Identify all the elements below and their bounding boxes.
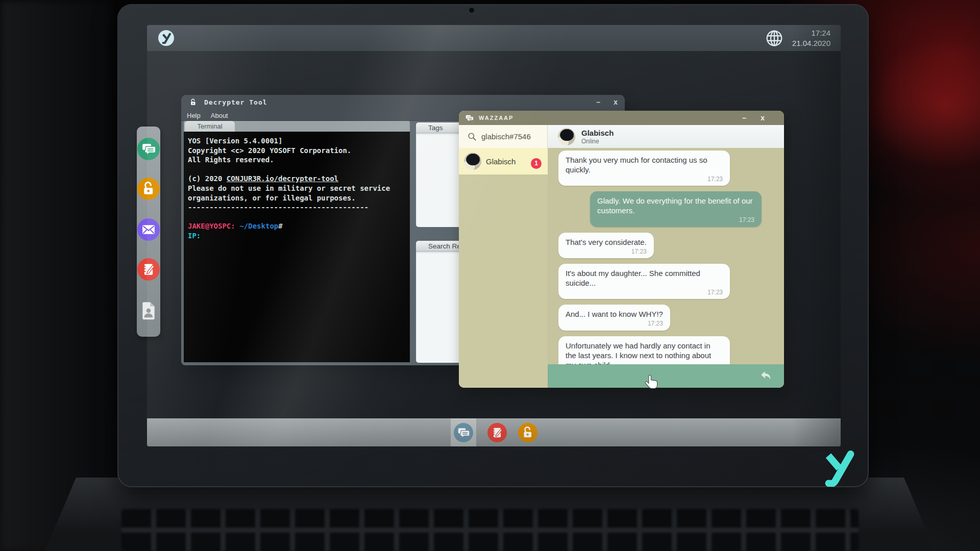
decrypter-link[interactable]: CONJUR3R.io/decrypter-tool [227,174,338,183]
wazzaap-titlebar[interactable]: WAZZAAP – x [459,111,784,125]
terminal-ip-prompt[interactable]: IP: [188,231,406,241]
wazzaap-window-title: WAZZAAP [479,115,513,121]
laptop-keys [121,509,859,551]
taskbar-decrypter-icon[interactable] [518,423,537,442]
dock-chat-icon[interactable] [137,138,160,160]
dock-profile-document-icon[interactable] [137,299,160,321]
menu-help[interactable]: Help [187,112,201,119]
reply-arrow-icon[interactable] [758,369,773,383]
dock-notes-icon[interactable] [137,258,160,281]
unread-badge: 1 [531,158,542,169]
webcam-dot [469,8,474,13]
search-value: glabisch#7546 [481,132,531,141]
terminal-prompt: JAKE@YOSPC:~/Desktop# [188,221,406,231]
wazzaap-window: WAZZAAP – x glabisch#7546 Glabisch Onlin… [459,111,784,388]
app-dock [137,127,160,337]
taskbar-active-slot [451,418,476,446]
message-list: Thank you very much for contacting us so… [548,148,784,364]
laptop-brand-y-logo-icon [821,449,857,487]
os-y-logo-icon [158,30,174,46]
date-label: 21.04.2020 [792,38,830,48]
terminal-line: Copyright <c> 2020 YOSOFT Corporation. [188,146,406,156]
conversation-header: Glabisch Online [548,125,784,148]
prompt-user: JAKE@YOSPC: [188,222,235,230]
contact-avatar [464,153,481,170]
chat-message: And... I want to know WHY!?17:23 [558,305,670,330]
search-input[interactable]: glabisch#7546 [459,125,548,148]
search-icon [467,132,477,141]
time-label: 17:24 [792,28,830,38]
decrypter-minimize-button[interactable]: – [596,98,600,106]
tab-strip: Terminal [184,121,410,132]
menu-about[interactable]: About [211,112,228,119]
terminal-blank-line [188,165,406,174]
terminal-line: YOS [Version 5.4.0001] [188,136,406,146]
chat-message: It's about my daughter... She committed … [558,264,730,299]
dock-unlock-icon[interactable] [137,178,160,200]
dock-mail-icon[interactable] [137,218,160,241]
terminal-line: (c) 2020 CONJUR3R.io/decrypter-tool [188,174,406,184]
decrypter-window-title: Decrypter Tool [204,98,267,106]
taskbar-notes-icon[interactable] [487,423,507,442]
contact-status: Online [581,138,614,145]
prompt-path: ~/Desktop [239,222,278,230]
globe-icon[interactable] [765,29,784,48]
background-shelf [0,0,110,551]
taskbar [147,418,841,446]
chat-message: Gladly. We do everything for the benefit… [590,191,762,227]
hand-cursor [643,374,660,391]
chat-message: That's very considerate.17:23 [558,233,654,258]
system-topbar: 17:24 21.04.2020 [147,25,841,51]
wazzaap-minimize-button[interactable]: – [742,114,746,121]
message-input-bar[interactable] [548,364,784,388]
decrypter-titlebar[interactable]: Decrypter Tool – x [181,95,625,110]
contact-avatar [558,128,575,145]
tab-terminal[interactable]: Terminal [185,121,235,132]
contact-name: Glabisch [581,129,614,137]
clock-widget: 17:24 21.04.2020 [792,28,830,48]
contact-list-item-glabisch[interactable]: Glabisch 1 [459,148,548,174]
chat-icon [465,114,474,122]
wazzaap-close-button[interactable]: x [761,114,765,121]
contact-list: Glabisch 1 [459,148,548,388]
chat-area: Thank you very much for contacting us so… [548,148,784,388]
terminal-line: organizations, or for illegal purposes. [188,193,406,203]
terminal-output[interactable]: YOS [Version 5.4.0001] Copyright <c> 202… [184,132,410,362]
terminal-line: All Rights reserved. [188,155,406,165]
chat-message: Thank you very much for contacting us so… [558,151,730,186]
chat-message: Unfortunately we had hardly any contact … [558,336,730,364]
decrypter-close-button[interactable]: x [614,98,618,106]
unlocked-padlock-icon [189,98,197,106]
terminal-line: Please do not use in military or secret … [188,184,406,193]
laptop-keyboard-deck [45,478,935,551]
terminal-line: ----------------------------------------… [188,203,406,212]
terminal-blank-line [188,212,406,222]
taskbar-chat-icon[interactable] [454,423,473,442]
